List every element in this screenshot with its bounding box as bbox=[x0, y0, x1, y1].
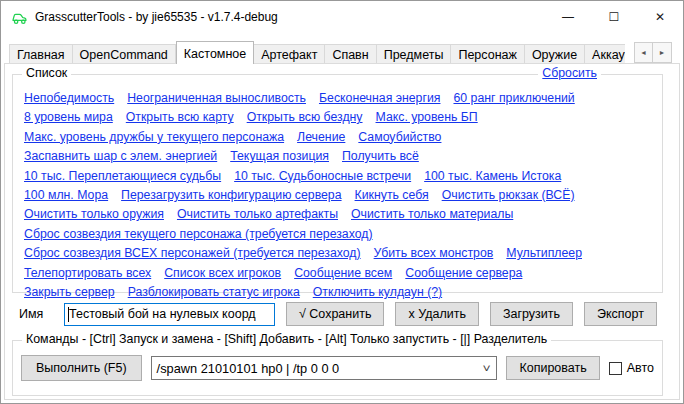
command-link[interactable]: 60 ранг приключений bbox=[453, 91, 574, 105]
checkbox-box-icon bbox=[609, 362, 622, 375]
auto-checkbox[interactable]: Авто bbox=[609, 361, 654, 375]
command-link[interactable]: Очистить только материалы bbox=[351, 207, 513, 221]
name-row: Имя Тестовый бой на нулевых коорд √ Сохр… bbox=[12, 301, 657, 327]
tab-scroll-right-icon[interactable]: ► bbox=[653, 42, 672, 63]
delete-button[interactable]: x Удалить bbox=[395, 302, 478, 326]
command-link[interactable]: 10 тыс. Судьбоносные встречи bbox=[234, 169, 411, 183]
copy-button[interactable]: Копировать bbox=[506, 356, 599, 380]
command-link[interactable]: Кикнуть себя bbox=[355, 188, 429, 202]
command-link[interactable]: Лечение bbox=[297, 130, 345, 144]
list-group-legend: Список bbox=[22, 66, 71, 80]
command-link[interactable]: 100 тыс. Камень Истока bbox=[424, 169, 561, 183]
commands-groupbox: Команды - [Ctrl] Запуск и замена - [Shif… bbox=[12, 340, 663, 396]
tab-item-7[interactable]: Оружие bbox=[525, 44, 585, 64]
command-link[interactable]: 10 тыс. Переплетающиеся судьбы bbox=[24, 169, 221, 183]
title-bar: GrasscutterTools - by jie65535 - v1.7.4-… bbox=[1, 1, 683, 33]
command-link[interactable]: Сброс созвездия ВСЕХ персонажей (требует… bbox=[24, 246, 361, 260]
app-window: GrasscutterTools - by jie65535 - v1.7.4-… bbox=[0, 0, 684, 404]
command-link[interactable]: 8 уровень мира bbox=[24, 110, 113, 124]
link-row: Телепортировать всехСписок всех игроковС… bbox=[24, 263, 658, 282]
command-link[interactable]: Перезагрузить конфигурацию сервера bbox=[121, 188, 341, 202]
command-link[interactable]: Открыть всю бездну bbox=[247, 110, 363, 124]
tab-item-8[interactable]: Аккаунт bbox=[585, 44, 625, 64]
save-button[interactable]: √ Сохранить bbox=[286, 302, 384, 326]
tab-item-5[interactable]: Предметы bbox=[377, 44, 452, 64]
command-link-list: НепобедимостьНеограниченная выносливость… bbox=[13, 75, 662, 301]
command-link[interactable]: Получить всё bbox=[342, 149, 419, 163]
maximize-button[interactable]: ☐ bbox=[591, 1, 637, 33]
tab-item-6[interactable]: Персонаж bbox=[451, 44, 524, 64]
window-title: GrasscutterTools - by jie65535 - v1.7.4-… bbox=[35, 10, 278, 24]
link-row: Заспавнить шар с элем. энергиейТекущая п… bbox=[24, 146, 658, 165]
tab-item-2[interactable]: Кастомное bbox=[176, 41, 254, 64]
command-link[interactable]: Список всех игроков bbox=[164, 266, 281, 280]
command-link[interactable]: Закрыть сервер bbox=[24, 285, 115, 299]
run-button[interactable]: Выполнить (F5) bbox=[21, 355, 142, 381]
grasscutter-vehicle-icon bbox=[11, 9, 28, 26]
list-groupbox: Список Сбросить НепобедимостьНеограничен… bbox=[12, 74, 663, 293]
command-combobox[interactable]: /spawn 21010101 hp0 | /tp 0 0 0 ˅ bbox=[151, 356, 498, 380]
close-button[interactable]: ✕ bbox=[637, 1, 683, 33]
tab-item-3[interactable]: Артефакт bbox=[254, 44, 325, 64]
link-row: 100 млн. МораПерезагрузить конфигурацию … bbox=[24, 185, 658, 204]
tab-item-4[interactable]: Спавн bbox=[325, 44, 376, 64]
link-row: Сброс созвездия текущего персонажа (треб… bbox=[24, 224, 658, 243]
command-link[interactable]: 100 млн. Мора bbox=[24, 188, 108, 202]
commands-group-legend: Команды - [Ctrl] Запуск и замена - [Shif… bbox=[22, 332, 551, 346]
tab-item-0[interactable]: Главная bbox=[9, 44, 73, 64]
command-link[interactable]: Мультиплеер bbox=[506, 246, 582, 260]
command-link[interactable]: Макс. уровень БП bbox=[376, 110, 478, 124]
export-button[interactable]: Экспорт bbox=[584, 302, 657, 326]
command-link[interactable]: Неограниченная выносливость bbox=[127, 91, 306, 105]
minimize-button[interactable]: — bbox=[545, 1, 591, 33]
tab-page-panel: Список Сбросить НепобедимостьНеограничен… bbox=[4, 63, 680, 400]
window-controls: — ☐ ✕ bbox=[545, 1, 683, 33]
command-link[interactable]: Заспавнить шар с элем. энергией bbox=[24, 149, 217, 163]
reset-link[interactable]: Сбросить bbox=[538, 66, 601, 80]
link-row: 8 уровень мираОткрыть всю картуОткрыть в… bbox=[24, 107, 658, 126]
link-row: Макс. уровень дружбы у текущего персонаж… bbox=[24, 127, 658, 146]
command-link[interactable]: Бесконечная энергия bbox=[319, 91, 441, 105]
chevron-down-icon: ˅ bbox=[482, 363, 493, 374]
name-label: Имя bbox=[12, 307, 64, 321]
tab-scroll-buttons: ◄ ► bbox=[634, 42, 672, 63]
command-link[interactable]: Очистить рюкзак (ВСЁ) bbox=[442, 188, 575, 202]
link-row: Закрыть серверРазблокировать статус игро… bbox=[24, 282, 658, 301]
auto-checkbox-label: Авто bbox=[627, 361, 654, 375]
command-link[interactable]: Убить всех монстров bbox=[374, 246, 494, 260]
app-icon bbox=[10, 8, 28, 26]
load-button[interactable]: Загрузить bbox=[490, 302, 573, 326]
command-link[interactable]: Телепортировать всех bbox=[24, 266, 151, 280]
name-input-value: Тестовый бой на нулевых коорд bbox=[69, 307, 256, 321]
command-link[interactable]: Очистить только артефакты bbox=[177, 207, 338, 221]
link-row: НепобедимостьНеограниченная выносливость… bbox=[24, 88, 658, 107]
command-link[interactable]: Текущая позиция bbox=[230, 149, 329, 163]
command-link[interactable]: Самоубийство bbox=[358, 130, 441, 144]
tab-scroll-left-icon[interactable]: ◄ bbox=[634, 42, 653, 63]
command-link[interactable]: Сброс созвездия текущего персонажа (треб… bbox=[24, 227, 373, 241]
name-input[interactable]: Тестовый бой на нулевых коорд bbox=[64, 303, 275, 326]
commands-row: Выполнить (F5) /spawn 21010101 hp0 | /tp… bbox=[13, 355, 662, 381]
command-link[interactable]: Разблокировать статус игрока bbox=[128, 285, 300, 299]
command-link[interactable]: Отключить кулдаун (?) bbox=[313, 285, 442, 299]
command-link[interactable]: Непобедимость bbox=[24, 91, 114, 105]
command-link[interactable]: Очистить только оружия bbox=[24, 207, 164, 221]
link-row: Очистить только оружияОчистить только ар… bbox=[24, 204, 658, 223]
command-link[interactable]: Открыть всю карту bbox=[126, 110, 234, 124]
tab-strip: ГлавнаяOpenCommandКастомноеАртефактСпавн… bbox=[9, 41, 625, 64]
command-link[interactable]: Сообщение всем bbox=[294, 266, 392, 280]
tab-item-1[interactable]: OpenCommand bbox=[73, 44, 176, 64]
command-link[interactable]: Сообщение сервера bbox=[405, 266, 522, 280]
name-buttons: √ Сохранитьx УдалитьЗагрузитьЭкспорт bbox=[275, 302, 657, 326]
link-row: 10 тыс. Переплетающиеся судьбы10 тыс. Су… bbox=[24, 166, 658, 185]
command-combobox-value: /spawn 21010101 hp0 | /tp 0 0 0 bbox=[157, 361, 340, 376]
link-row: Сброс созвездия ВСЕХ персонажей (требует… bbox=[24, 243, 658, 262]
command-link[interactable]: Макс. уровень дружбы у текущего персонаж… bbox=[24, 130, 284, 144]
